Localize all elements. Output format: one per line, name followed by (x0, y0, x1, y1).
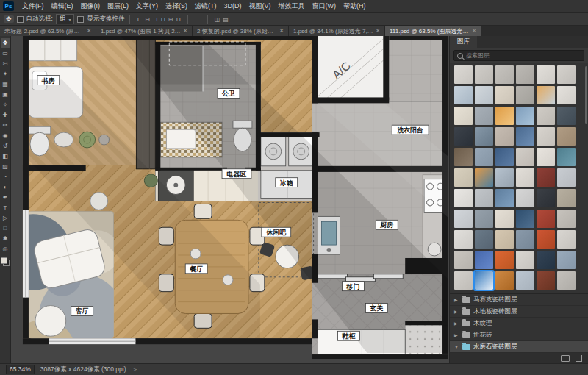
pen-tool[interactable]: ✒ (1, 192, 10, 202)
align-bottom-icon[interactable]: ⊔ (175, 16, 182, 23)
library-thumbnail-8[interactable] (495, 86, 514, 104)
close-icon[interactable]: ✕ (376, 28, 380, 34)
library-thumbnail-28[interactable] (537, 148, 555, 166)
library-thumbnail-29[interactable] (557, 148, 576, 166)
blur-tool[interactable]: ◔ (1, 171, 10, 182)
chevron-right-icon[interactable]: ▶ (454, 297, 459, 302)
library-thumbnail-27[interactable] (516, 148, 534, 166)
menu-item-2[interactable]: 图像(I) (77, 0, 104, 12)
library-thumbnail-57[interactable] (516, 251, 534, 269)
document-tab-2[interactable]: 2-恢复的.psd @ 38% (原始透光 1, RGB/8)✕ (193, 26, 289, 36)
path-select-tool[interactable]: ▷ (1, 213, 10, 223)
library-thumbnail-55[interactable] (475, 251, 493, 269)
foreground-color-swatch[interactable] (1, 257, 7, 264)
library-thumbnail-34[interactable] (537, 168, 555, 187)
close-icon[interactable]: ✕ (472, 28, 476, 34)
library-thumbnail-65[interactable] (557, 271, 576, 290)
library-thumbnail-10[interactable] (537, 86, 555, 104)
panel-scrollbar[interactable] (585, 66, 587, 124)
library-thumbnail-14[interactable] (495, 107, 514, 125)
library-thumbnail-44[interactable] (495, 210, 514, 228)
current-tool-icon[interactable]: ✥ (4, 15, 14, 23)
library-thumbnail-4[interactable] (537, 65, 555, 84)
shape-tool[interactable]: □ (1, 223, 10, 233)
align-center-h-icon[interactable]: ⊟ (143, 16, 151, 23)
library-thumbnail-37[interactable] (475, 189, 493, 207)
library-thumbnail-23[interactable] (557, 127, 576, 146)
search-input[interactable] (466, 52, 581, 59)
library-thumbnail-33[interactable] (516, 168, 534, 187)
library-thumbnail-31[interactable] (475, 168, 493, 187)
layer-group-1[interactable]: ▶木地板瓷砖图层 (450, 306, 588, 318)
align-right-icon[interactable]: ⊐ (151, 16, 159, 23)
delete-icon[interactable] (576, 355, 582, 362)
library-thumbnail-16[interactable] (537, 107, 555, 125)
library-thumbnail-24[interactable] (454, 148, 473, 166)
menu-item-7[interactable]: 3D(D) (220, 0, 245, 12)
library-thumbnail-6[interactable] (454, 86, 473, 104)
menu-item-10[interactable]: 窗口(W) (309, 0, 340, 12)
library-thumbnail-48[interactable] (454, 230, 473, 249)
library-thumbnail-63[interactable] (516, 271, 534, 290)
library-thumbnail-19[interactable] (475, 127, 493, 146)
chevron-right-icon[interactable]: ▶ (454, 309, 459, 314)
library-thumbnail-0[interactable] (454, 65, 473, 84)
layer-group-0[interactable]: ▶马赛克瓷砖图层 (450, 294, 588, 306)
library-thumbnail-41[interactable] (557, 189, 576, 207)
library-thumbnail-47[interactable] (557, 210, 576, 228)
chevron-right-icon[interactable]: ▶ (454, 332, 459, 338)
library-thumbnail-39[interactable] (516, 189, 534, 207)
quick-select-tool[interactable]: ✦ (1, 68, 10, 79)
auto-select-checkbox[interactable] (17, 16, 24, 23)
library-thumbnail-22[interactable] (537, 127, 555, 146)
brush-tool[interactable]: ✏ (1, 120, 10, 130)
document-tab-0[interactable]: 未标题-2.psd @ 63.5% (原始透光 2, RGB/8#)✕ (0, 26, 96, 36)
library-thumbnail-46[interactable] (537, 210, 555, 228)
canvas-area[interactable]: A/C (11, 36, 449, 363)
zoom-level-field[interactable]: 65.34% (6, 365, 35, 374)
library-thumbnail-9[interactable] (516, 86, 534, 104)
dodge-tool[interactable]: ◐ (1, 182, 10, 192)
menu-item-1[interactable]: 编辑(E) (48, 0, 77, 12)
search-box[interactable] (453, 50, 584, 61)
library-thumbnail-21[interactable] (516, 127, 534, 146)
align-left-icon[interactable]: ⊏ (135, 16, 143, 23)
close-icon[interactable]: ✕ (279, 28, 284, 34)
color-swatches[interactable] (1, 257, 10, 266)
close-icon[interactable]: ✕ (183, 28, 187, 34)
layer-group-2[interactable]: ▶木纹理 (450, 318, 588, 329)
eraser-tool[interactable]: ◧ (1, 151, 10, 161)
align-center-v-icon[interactable]: ⊞ (167, 16, 175, 23)
library-thumbnail-53[interactable] (557, 230, 576, 249)
clone-stamp-tool[interactable]: ◉ (1, 130, 10, 140)
library-thumbnail-59[interactable] (557, 251, 576, 269)
tab-library[interactable]: 图库 (450, 36, 477, 48)
library-thumbnail-15[interactable] (516, 107, 534, 125)
library-thumbnail-18[interactable] (454, 127, 473, 146)
library-thumbnail-50[interactable] (495, 230, 514, 249)
library-thumbnail-54[interactable] (454, 251, 473, 269)
library-thumbnail-1[interactable] (475, 65, 493, 84)
type-tool[interactable]: T (1, 202, 10, 213)
library-thumbnail-25[interactable] (475, 148, 493, 166)
library-thumbnail-56[interactable] (495, 251, 514, 269)
frame-tool[interactable]: ▣ (1, 89, 10, 99)
library-thumbnail-2[interactable] (495, 65, 514, 84)
library-thumbnail-64[interactable] (537, 271, 555, 290)
chevron-right-icon[interactable]: ▶ (454, 321, 459, 326)
library-thumbnail-30[interactable] (454, 168, 473, 187)
marquee-tool[interactable]: ▭ (1, 48, 10, 58)
photoshop-logo[interactable]: Ps (3, 1, 14, 11)
menu-item-0[interactable]: 文件(F) (18, 0, 48, 12)
library-thumbnail-36[interactable] (454, 189, 473, 207)
library-thumbnail-58[interactable] (537, 251, 555, 269)
chevron-down-icon[interactable]: ▼ (454, 345, 459, 349)
library-thumbnail-51[interactable] (516, 230, 534, 249)
library-thumbnail-49[interactable] (475, 230, 493, 249)
history-brush-tool[interactable]: ↺ (1, 140, 10, 151)
eyedropper-tool[interactable]: ✧ (1, 99, 10, 110)
library-thumbnail-38[interactable] (495, 189, 514, 207)
menu-item-4[interactable]: 文字(Y) (132, 0, 162, 12)
library-thumbnail-12[interactable] (454, 107, 473, 125)
menu-item-9[interactable]: 增效工具 (275, 0, 309, 12)
